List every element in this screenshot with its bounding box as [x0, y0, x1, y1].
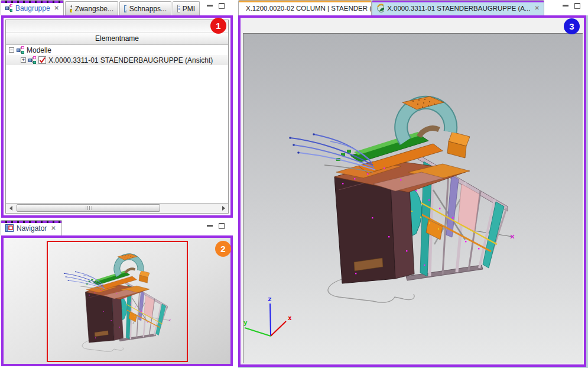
navigator-panel: Navigator ✕ 2 [0, 220, 235, 368]
red-check-icon [39, 57, 46, 63]
z-axis-label: z [268, 295, 272, 303]
tree-row-staenderbaugruppe[interactable]: + X.0000.3311-01 STAENDERBAUGRUPPE (Ansi… [6, 55, 228, 65]
collapse-expander-icon[interactable]: − [9, 47, 14, 53]
scroll-left-button[interactable] [6, 204, 15, 213]
viewer-panel-body: z x y [238, 15, 586, 367]
assembly-icon [17, 46, 24, 54]
active-tab-strip [1, 221, 61, 223]
assembly-panel-body: Elementname − Modelle + [1, 15, 233, 218]
y-axis-label: y [243, 319, 248, 327]
3d-viewport[interactable]: z x y [243, 33, 583, 363]
navigator-thumbnail-model [61, 253, 174, 354]
tab-zwangsbe-label: Zwangsbe... [75, 5, 113, 13]
maximize-icon[interactable] [219, 223, 225, 229]
minimize-icon[interactable] [207, 5, 213, 7]
assembly-panel: Baugruppe ✕ Zwangsbe... Schnapps... [0, 0, 235, 219]
scroll-right-arrow-icon [222, 206, 225, 211]
tab-navigator[interactable]: Navigator ✕ [1, 220, 62, 235]
maximize-icon[interactable] [219, 3, 225, 9]
assembly-tree: Elementname − Modelle + [5, 20, 229, 214]
tree-row-label: Modelle [27, 46, 51, 54]
horizontal-scrollbar[interactable] [6, 203, 228, 213]
tree-row-modelle[interactable]: − Modelle [6, 45, 228, 55]
tab-baugruppe[interactable]: Baugruppe ✕ [1, 0, 64, 15]
step-badge-2: 2 [215, 241, 231, 257]
step-badge-3: 3 [564, 18, 580, 34]
navigator-panel-body [1, 235, 233, 366]
tree-column-header[interactable]: Elementname [6, 33, 228, 45]
x-axis [271, 321, 286, 336]
viewer-minmax [563, 3, 580, 9]
tab-staenderbaugruppe-label: X.0000.3311-01 STAENDERBAUGRUPPE (A... [387, 5, 530, 12]
tab-column-staender[interactable]: X.1200.0020-02 COLUMN | STAENDER (An... [238, 0, 372, 15]
tab-schnapps-label: Schnapps... [129, 5, 167, 13]
assembly-icon [28, 56, 36, 64]
navigator-tabbar: Navigator ✕ [0, 220, 235, 235]
x-axis-label: x [288, 314, 292, 322]
close-icon[interactable]: ✕ [535, 5, 540, 11]
z-axis [270, 304, 271, 336]
minimize-icon[interactable] [563, 5, 568, 7]
assembly-minmax [207, 3, 225, 9]
scrollbar-grip-icon [86, 206, 91, 210]
inactive-doc-tab-strip [239, 1, 371, 2]
tree-row-label: X.0000.3311-01 STAENDERBAUGRUPPE (Ansich… [48, 56, 213, 64]
step-badge-1: 1 [210, 18, 226, 34]
pmi-document-icon [177, 5, 180, 12]
navigator-minmax [207, 223, 225, 229]
assembly-icon [5, 4, 12, 12]
assembly-tabbar: Baugruppe ✕ Zwangsbe... Schnapps... [0, 0, 235, 15]
tab-schnapps[interactable]: Schnapps... [119, 1, 171, 15]
tab-zwangsbe[interactable]: Zwangsbe... [65, 1, 118, 15]
close-icon[interactable]: ✕ [51, 225, 56, 231]
active-tab-strip [1, 1, 63, 3]
minimize-icon[interactable] [207, 225, 213, 227]
maximize-icon[interactable] [574, 3, 580, 9]
tab-baugruppe-label: Baugruppe [15, 4, 50, 12]
tab-staenderbaugruppe[interactable]: X.0000.3311-01 STAENDERBAUGRUPPE (A... ✕ [372, 0, 544, 15]
navigator-icon [5, 224, 14, 232]
cad-model-staenderbaugruppe [284, 95, 521, 308]
active-doc-tab-strip [372, 1, 544, 2]
checked-checkbox[interactable] [38, 56, 46, 64]
expand-expander-icon[interactable]: + [21, 57, 26, 63]
tab-navigator-label: Navigator [17, 224, 47, 233]
viewer-tabbar: X.1200.0020-02 COLUMN | STAENDER (An... … [236, 0, 588, 15]
constraints-icon [70, 5, 72, 12]
close-icon[interactable]: ✕ [54, 5, 59, 11]
coordinate-triad: z x y [243, 294, 303, 353]
tab-pmi[interactable]: PMI [173, 1, 200, 15]
y-axis [245, 328, 271, 336]
3d-part-icon [376, 4, 384, 12]
viewer-panel: X.1200.0020-02 COLUMN | STAENDER (An... … [236, 0, 588, 368]
snapshot-icon [124, 5, 126, 12]
tab-pmi-label: PMI [183, 5, 195, 13]
tab-column-label: X.1200.0020-02 COLUMN | STAENDER (An... [246, 5, 372, 12]
scrollbar-thumb[interactable] [17, 204, 160, 212]
scroll-right-button[interactable] [219, 204, 228, 213]
scroll-left-arrow-icon [9, 206, 12, 211]
tree-toolbar-blank [6, 20, 228, 33]
